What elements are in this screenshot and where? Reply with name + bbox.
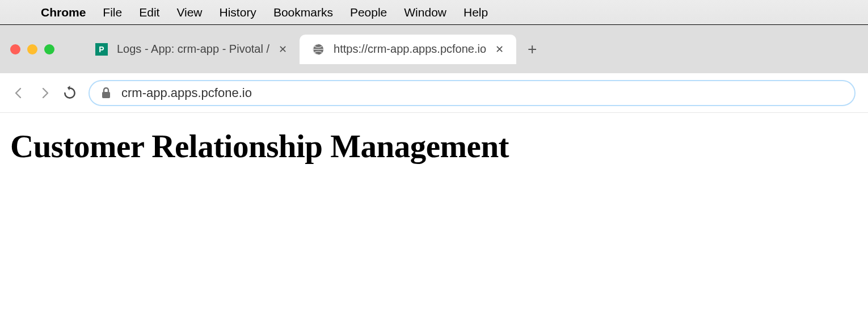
menu-bookmarks[interactable]: Bookmarks xyxy=(273,6,333,19)
menu-help[interactable]: Help xyxy=(464,6,488,19)
macos-menubar: Chrome File Edit View History Bookmarks … xyxy=(0,0,868,25)
browser-tab-active[interactable]: https://crm-app.apps.pcfone.io ✕ xyxy=(300,35,516,64)
page-content: Customer Relationship Management xyxy=(0,113,868,179)
favicon-globe-icon xyxy=(312,43,325,56)
svg-rect-1 xyxy=(102,92,110,98)
new-tab-button[interactable]: + xyxy=(516,40,548,58)
menu-window[interactable]: Window xyxy=(404,6,446,19)
browser-toolbar: crm-app.apps.pcfone.io xyxy=(0,73,868,113)
tab-close-button[interactable]: ✕ xyxy=(279,43,287,56)
url-text: crm-app.apps.pcfone.io xyxy=(121,86,252,100)
forward-button[interactable] xyxy=(37,86,51,100)
browser-tabstrip: P Logs - App: crm-app - Pivotal / ✕ http… xyxy=(0,25,868,73)
menu-people[interactable]: People xyxy=(350,6,387,19)
tab-close-button[interactable]: ✕ xyxy=(495,43,504,56)
tab-title: https://crm-app.apps.pcfone.io xyxy=(334,43,486,56)
window-close-button[interactable] xyxy=(10,44,20,54)
lock-icon xyxy=(101,87,111,99)
menu-file[interactable]: File xyxy=(103,6,122,19)
reload-button[interactable] xyxy=(62,86,77,100)
window-minimize-button[interactable] xyxy=(27,44,37,54)
tab-title: Logs - App: crm-app - Pivotal / xyxy=(117,43,269,56)
page-heading: Customer Relationship Management xyxy=(10,128,858,165)
back-button[interactable] xyxy=(12,86,26,100)
menu-view[interactable]: View xyxy=(176,6,202,19)
browser-tab[interactable]: P Logs - App: crm-app - Pivotal / ✕ xyxy=(83,35,300,64)
favicon-pivotal-icon: P xyxy=(95,43,108,56)
menu-history[interactable]: History xyxy=(220,6,256,19)
address-bar[interactable]: crm-app.apps.pcfone.io xyxy=(89,80,856,106)
app-menu[interactable]: Chrome xyxy=(41,6,86,19)
window-controls xyxy=(10,44,54,54)
menu-edit[interactable]: Edit xyxy=(139,6,159,19)
window-zoom-button[interactable] xyxy=(44,44,54,54)
